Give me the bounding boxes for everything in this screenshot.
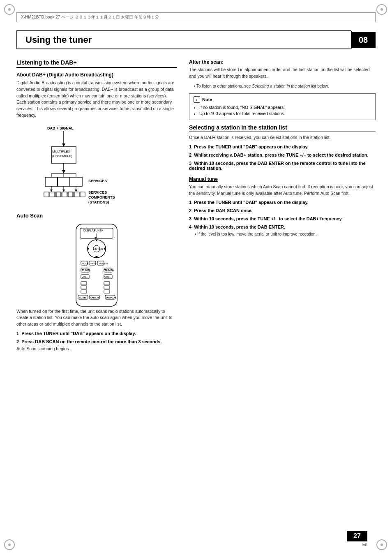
file-info-text: X-HM21BTD.book 27 ページ ２０１３年１１月２１日 木曜日 午前… (21, 14, 159, 20)
left-step1-num: 1 (16, 331, 19, 336)
svg-rect-24 (50, 192, 55, 197)
svg-text:DAB + SIGNAL: DAB + SIGNAL (47, 126, 74, 130)
svg-marker-2 (62, 143, 65, 147)
note-item-2: Up to 100 appears for total received sta… (199, 111, 371, 117)
svg-text:COMPONENTS: COMPONENTS (88, 195, 115, 199)
left-step2-num: 2 (16, 339, 19, 344)
note-box: i Note If no station is found, "NO SIGNA… (189, 93, 376, 120)
man-step3: 3 Within 10 seconds, press the TUNE +/– … (189, 216, 376, 221)
svg-marker-7 (62, 170, 65, 173)
left-step2-text: Press DAB SCAN on the remote control for… (21, 339, 161, 344)
auto-scan-intro: When turned on for the first time, the u… (16, 308, 177, 328)
sel-step1: 1 Press the TUNER until "DAB" appears on… (189, 144, 376, 149)
svg-rect-63 (104, 282, 110, 285)
svg-text:MULTIPLEX: MULTIPLEX (52, 150, 71, 153)
about-dab-title: About DAB+ (Digital Audio Broadcasting) (16, 72, 177, 78)
about-dab-text: Digital Audio Broadcasting is a digital … (16, 80, 177, 119)
svg-text:(ENSEMBLE): (ENSEMBLE) (52, 154, 72, 158)
man-step1: 1 Press the TUNER until "DAB" appears on… (189, 200, 376, 205)
man-note-text: If the level is too low, move the aerial… (197, 232, 316, 236)
auto-scan-title: Auto Scan (16, 213, 177, 219)
selecting-intro: Once a DAB+ station is received, you can… (189, 134, 376, 141)
svg-rect-23 (44, 192, 49, 197)
man-step3-num: 3 (189, 216, 191, 221)
svg-marker-20 (62, 190, 65, 192)
man-step4-num: 4 (189, 224, 191, 229)
sel-step1-num: 1 (189, 144, 191, 149)
svg-marker-18 (50, 190, 53, 192)
after-scan-title: After the scan: (189, 59, 376, 65)
sel-step3-num: 3 (189, 161, 191, 166)
man-step3-text: Within 10 seconds, press the TUNE +/– to… (194, 216, 343, 221)
sel-step3: 3 Within 10 seconds, press the DAB ENTER… (189, 161, 376, 171)
man-step1-text: Press the TUNER until "DAB" appears on t… (194, 200, 309, 205)
main-content: Listening to the DAB+ About DAB+ (Digita… (16, 59, 376, 356)
svg-text:INPUT: INPUT (90, 262, 97, 265)
svg-rect-30 (74, 192, 79, 197)
svg-text:ENTER: ENTER (90, 296, 99, 299)
corner-decoration-br (376, 539, 388, 551)
svg-rect-15 (70, 177, 82, 186)
note-list: If no station is found, "NO SIGNAL" appe… (194, 104, 371, 118)
right-column: After the scan: The stations will be sto… (189, 59, 376, 356)
sel-step1-text: Press the TUNER until "DAB" appears on t… (194, 144, 309, 149)
dab-diagram-svg: DAB + SIGNAL MULTIPLEX (ENSEMBLE) (43, 124, 150, 206)
svg-text:SERVICES: SERVICES (88, 190, 107, 194)
svg-text:SCAN: SCAN (79, 296, 86, 299)
listening-section-title: Listening to the DAB+ (16, 59, 177, 68)
left-step2: 2 Press DAB SCAN on the remote control f… (16, 339, 177, 344)
svg-rect-60 (81, 282, 87, 285)
man-step2-num: 2 (189, 208, 191, 213)
note-icon: i (194, 96, 200, 103)
note-label: Note (202, 97, 212, 102)
chapter-badge: 08 (351, 32, 376, 48)
svg-text:DISPLAY: DISPLAY (106, 296, 116, 299)
svg-rect-12 (58, 177, 70, 186)
left-step1: 1 Press the TUNER until "DAB" appears on… (16, 331, 177, 336)
corner-decoration-tr (376, 4, 388, 16)
svg-text:TUNE-: TUNE- (82, 269, 91, 272)
svg-text:DIMMER: DIMMER (98, 262, 108, 265)
svg-text:MODE: MODE (82, 262, 89, 265)
file-metadata-bar: X-HM21BTD.book 27 ページ ２０１３年１１月２１日 木曜日 午前… (16, 12, 376, 22)
corner-decoration-tl (4, 4, 16, 16)
to-listen-text: To listen to other stations, see Selecti… (196, 84, 329, 88)
after-scan-text: The stations will be stored in alphanume… (189, 67, 376, 80)
svg-text:TUNE+: TUNE+ (94, 229, 103, 232)
remote-svg: DISPLAY TUNE+ ENTER (64, 222, 129, 308)
sel-step2: 2 Whilst receiving a DAB+ station, press… (189, 153, 376, 157)
man-step2-text: Press the DAB SCAN once. (194, 208, 252, 213)
svg-rect-65 (104, 290, 110, 293)
page-title: Using the tuner (25, 35, 92, 45)
svg-text:ENTER: ENTER (93, 247, 103, 250)
man-step1-num: 1 (189, 200, 191, 205)
page: X-HM21BTD.book 27 ページ ２０１３年１１月２１日 木曜日 午前… (0, 0, 392, 555)
man-step4: 4 Within 10 seconds, press the DAB ENTER… (189, 224, 376, 229)
page-number-badge: 27 (347, 531, 367, 541)
sel-step2-num: 2 (189, 153, 191, 157)
svg-rect-61 (81, 286, 87, 289)
svg-rect-64 (104, 286, 110, 289)
svg-rect-62 (81, 290, 87, 293)
manual-tune-text: You can manually store stations which Au… (189, 184, 376, 197)
corner-decoration-bl (4, 539, 16, 551)
sel-step3-text: Within 10 seconds, press the DAB ENTER o… (189, 161, 366, 171)
man-step4-text: Within 10 seconds, press the DAB ENTER. (194, 224, 285, 229)
svg-marker-22 (75, 190, 77, 192)
title-bar: Using the tuner 08 (16, 30, 376, 49)
left-column: Listening to the DAB+ About DAB+ (Digita… (16, 59, 177, 356)
man-step2: 2 Press the DAB SCAN once. (189, 208, 376, 213)
lang-label: En (362, 542, 367, 547)
svg-text:(STATIONS): (STATIONS) (88, 200, 109, 204)
manual-tune-title: Manual tune (189, 176, 376, 182)
svg-rect-31 (80, 192, 85, 197)
page-number-area: 27 En (347, 531, 367, 547)
svg-rect-27 (62, 192, 67, 197)
left-step1-text: Press the TUNER until "DAB" appears on t… (21, 331, 136, 336)
selecting-station-title: Selecting a station in the station list (189, 124, 376, 132)
svg-text:VOL+: VOL+ (104, 276, 111, 278)
remote-control-diagram: DISPLAY TUNE+ ENTER (16, 222, 177, 308)
note-header: i Note (194, 96, 371, 103)
dab-diagram: DAB + SIGNAL MULTIPLEX (ENSEMBLE) (43, 124, 150, 206)
svg-rect-10 (45, 177, 58, 186)
